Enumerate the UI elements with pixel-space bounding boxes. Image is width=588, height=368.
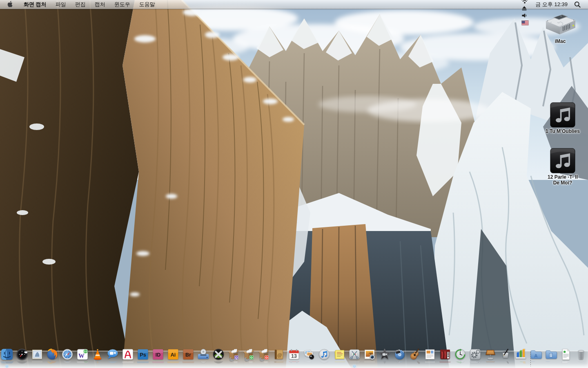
menu-bar: 화면 캡처 파일편집캡처윈도우도움말 금 오후 12:39 [0, 0, 588, 9]
dock-item-acrobat[interactable] [120, 348, 136, 368]
input-source-us-flag-icon[interactable] [518, 19, 532, 27]
dock-item-trash[interactable] [574, 348, 588, 368]
dock-item-garageband[interactable] [408, 348, 423, 368]
apple-logo-icon [7, 0, 13, 9]
running-indicator [353, 365, 356, 368]
dock-item-indesign[interactable]: ID ID [151, 348, 166, 368]
dock-icon-reflection [196, 361, 211, 365]
dock-icon-reflection [392, 361, 408, 365]
dock-item-keynote[interactable] [483, 348, 498, 368]
dock-item-image-capture[interactable] [302, 348, 317, 368]
dock-icon-reflection [483, 361, 498, 365]
dock-item-finder[interactable] [0, 348, 15, 368]
dock-icon-reflection [60, 361, 75, 365]
dock-icon-reflection [0, 361, 15, 365]
svg-text:ID: ID [156, 352, 160, 358]
menu-item-3[interactable]: 윈도우 [110, 1, 135, 7]
svg-text:G: G [250, 356, 253, 359]
dock-icon-reflection [347, 361, 362, 365]
dock-icon-reflection: G [241, 361, 256, 365]
dock-item-grab[interactable] [347, 348, 362, 368]
dock-item-mail[interactable] [30, 348, 45, 368]
dock-icon-reflection: w [75, 361, 90, 365]
dock-item-iweb[interactable] [423, 348, 438, 368]
dock-icon-reflection [301, 361, 317, 365]
dock-item-toast[interactable] [196, 348, 211, 368]
dock-item-ical[interactable]: 13 13 [287, 348, 302, 368]
dock-icon-reflection: ID [150, 361, 166, 365]
dock-icon-reflection [452, 361, 468, 365]
desktop: 화면 캡처 파일편집캡처윈도우도움말 금 오후 12:39 iMac 1 Tu … [0, 0, 588, 368]
desktop-icon-label: 12 Parle -T- IlDe Moi? [548, 174, 578, 186]
dock-item-safari[interactable] [60, 348, 75, 368]
dock-icon-reflection: Ps [135, 361, 151, 365]
dock-item-numbers[interactable] [513, 348, 528, 368]
dock-item-iphoto[interactable] [362, 348, 377, 368]
dock-icon-reflection [543, 361, 559, 365]
apple-menu[interactable] [4, 0, 19, 9]
svg-text:Br: Br [185, 352, 191, 358]
dock: w w Ps Ps ID ID Ai Ai B [0, 347, 588, 368]
svg-text:Ps: Ps [140, 352, 146, 358]
dock-item-idvd[interactable] [392, 348, 408, 368]
desktop-icon-label: 1 Tu M'Oublies [546, 128, 580, 134]
dock-icon-reflection [362, 361, 377, 365]
running-indicator [6, 365, 8, 368]
menu-bar-status: 금 오후 12:39 [518, 0, 584, 27]
dock-item-imovie[interactable] [377, 348, 392, 368]
dock-item-documents-folder[interactable] [543, 348, 559, 368]
wifi-icon[interactable] [518, 0, 532, 4]
dock-icon-reflection [573, 361, 588, 365]
dock-item-applications-folder[interactable]: A A [528, 348, 543, 368]
menu-clock[interactable]: 금 오후 12:39 [532, 1, 571, 8]
dock-item-pages[interactable] [498, 348, 513, 368]
dock-icon-reflection: A [528, 361, 543, 365]
eject-icon[interactable] [518, 4, 532, 12]
desktop-icon-music-file-2[interactable]: 12 Parle -T- IlDe Moi? [537, 148, 588, 186]
svg-text:Ai: Ai [171, 352, 176, 358]
dock-icon-reflection: 13 [286, 361, 302, 365]
dock-icon-reflection [437, 361, 453, 365]
svg-text:@: @ [277, 352, 282, 358]
menu-item-4[interactable]: 도움말 [135, 1, 160, 7]
desktop-wallpaper [0, 0, 588, 368]
dock-icon-reflection: @ [271, 361, 287, 365]
svg-text:Q: Q [235, 356, 238, 359]
dock-icon-reflection: G [256, 361, 272, 365]
desktop-icon-label: iMac [555, 38, 566, 44]
audio-file-icon [550, 148, 575, 173]
dock-item-dashboard[interactable] [15, 348, 30, 368]
dock-item-archive-box-2[interactable]: G G [241, 348, 256, 368]
dock-item-itunes[interactable] [317, 348, 332, 368]
dock-item-address-book[interactable]: @ @ [272, 348, 287, 368]
dock-item-vlc[interactable] [90, 348, 105, 368]
volume-icon[interactable] [518, 12, 532, 19]
dock-icon-reflection [422, 361, 438, 365]
dock-item-photoshop[interactable]: Ps Ps [136, 348, 151, 368]
dock-item-x-photo-app[interactable] [211, 348, 226, 368]
dock-item-bridge[interactable]: Br Br [181, 348, 196, 368]
dock-icon-reflection [468, 361, 483, 365]
dock-item-w-globe-app[interactable]: w w [75, 348, 90, 368]
menu-item-1[interactable]: 편집 [71, 1, 90, 7]
dock-item-time-machine[interactable] [453, 348, 468, 368]
desktop-icon-music-file-1[interactable]: 1 Tu M'Oublies [537, 102, 588, 134]
spotlight-icon[interactable] [571, 1, 584, 8]
dock-icon-reflection: Br [180, 361, 196, 365]
dock-item-photo-booth[interactable] [438, 348, 453, 368]
dock-icon-reflection [211, 361, 226, 365]
dock-item-text-document[interactable] [559, 348, 574, 368]
dock-item-ichat[interactable] [105, 348, 120, 368]
dock-item-firefox[interactable] [45, 348, 60, 368]
dock-item-archive-box-1[interactable]: Q Q [226, 348, 241, 368]
dock-item-system-preferences[interactable] [468, 348, 483, 368]
menu-item-0[interactable]: 파일 [51, 1, 71, 7]
dock-icon-reflection [316, 361, 332, 365]
app-menu-title[interactable]: 화면 캡처 [19, 1, 51, 8]
menu-item-2[interactable]: 캡처 [90, 1, 110, 7]
dock-item-illustrator[interactable]: Ai Ai [166, 348, 181, 368]
dock-item-stickies[interactable] [332, 348, 347, 368]
menu-bar-left: 화면 캡처 파일편집캡처윈도우도움말 [4, 0, 160, 9]
dock-icon-reflection [120, 361, 136, 365]
dock-item-archive-box-3[interactable]: G G [256, 348, 272, 368]
